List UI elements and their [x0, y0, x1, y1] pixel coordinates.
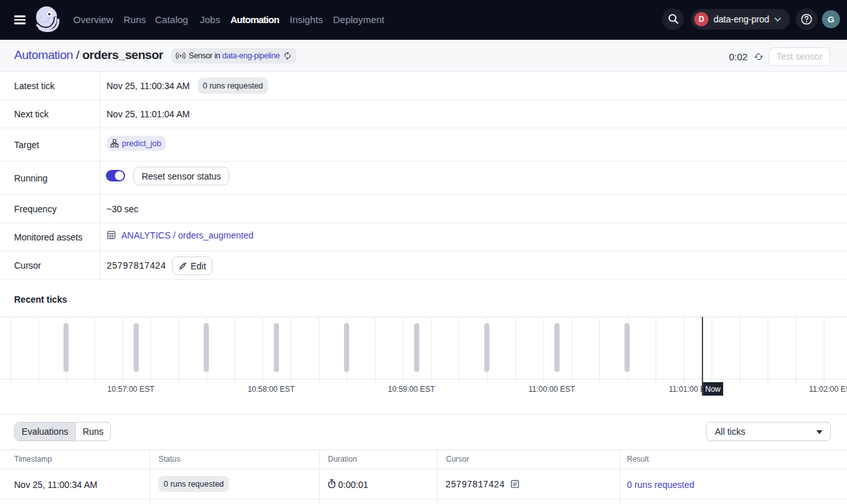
svg-text:11:02:00 EST: 11:02:00 EST [809, 385, 847, 394]
svg-text:10:59:00 EST: 10:59:00 EST [388, 385, 436, 394]
svg-text:Now: Now [705, 385, 721, 394]
svg-text:10:57:00 EST: 10:57:00 EST [107, 385, 155, 394]
svg-text:11:00:00 EST: 11:00:00 EST [529, 385, 576, 394]
svg-text:10:58:00 EST: 10:58:00 EST [248, 385, 295, 394]
